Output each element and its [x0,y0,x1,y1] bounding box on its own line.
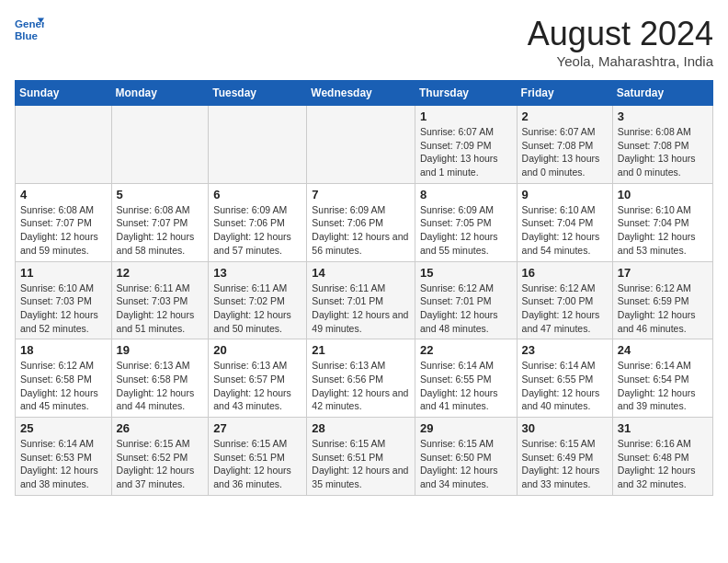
day-number: 7 [312,188,410,201]
day-number: 2 [522,109,608,123]
day-number: 16 [522,266,608,280]
day-number: 27 [213,421,301,435]
col-header-wednesday: Wednesday [307,81,415,106]
calendar-cell: 26Sunrise: 6:15 AMSunset: 6:52 PMDayligh… [111,418,209,496]
calendar-cell: 1Sunrise: 6:07 AMSunset: 7:09 PMDaylight… [415,106,517,184]
calendar-cell: 31Sunrise: 6:16 AMSunset: 6:48 PMDayligh… [612,418,712,496]
calendar-cell: 3Sunrise: 6:08 AMSunset: 7:08 PMDaylight… [612,106,712,184]
day-number: 21 [312,343,410,357]
calendar-cell: 22Sunrise: 6:14 AMSunset: 6:55 PMDayligh… [415,339,517,418]
calendar-header-row: SundayMondayTuesdayWednesdayThursdayFrid… [16,81,713,106]
calendar-cell: 27Sunrise: 6:15 AMSunset: 6:51 PMDayligh… [209,418,307,496]
day-info: Sunrise: 6:10 AMSunset: 7:04 PMDaylight:… [522,203,608,258]
calendar-cell: 9Sunrise: 6:10 AMSunset: 7:04 PMDaylight… [517,183,612,261]
day-info: Sunrise: 6:15 AMSunset: 6:50 PMDaylight:… [420,437,512,491]
day-info: Sunrise: 6:15 AMSunset: 6:51 PMDaylight:… [312,437,410,491]
day-info: Sunrise: 6:09 AMSunset: 7:06 PMDaylight:… [312,203,410,258]
calendar-cell: 8Sunrise: 6:09 AMSunset: 7:05 PMDaylight… [415,183,517,261]
day-info: Sunrise: 6:12 AMSunset: 6:58 PMDaylight:… [20,359,107,413]
calendar-cell [16,106,112,184]
calendar-week-row: 11Sunrise: 6:10 AMSunset: 7:03 PMDayligh… [16,261,713,339]
day-number: 24 [618,343,708,357]
day-info: Sunrise: 6:11 AMSunset: 7:01 PMDaylight:… [312,282,410,336]
calendar-table: SundayMondayTuesdayWednesdayThursdayFrid… [15,80,713,496]
calendar-cell: 16Sunrise: 6:12 AMSunset: 7:00 PMDayligh… [517,261,612,339]
day-number: 14 [312,266,410,280]
day-number: 25 [20,421,107,435]
calendar-cell: 2Sunrise: 6:07 AMSunset: 7:08 PMDaylight… [517,106,612,184]
calendar-week-row: 4Sunrise: 6:08 AMSunset: 7:07 PMDaylight… [16,183,713,261]
col-header-thursday: Thursday [415,81,517,106]
day-info: Sunrise: 6:14 AMSunset: 6:55 PMDaylight:… [420,359,512,413]
calendar-cell: 18Sunrise: 6:12 AMSunset: 6:58 PMDayligh… [16,339,112,418]
day-number: 28 [312,421,410,435]
calendar-cell: 4Sunrise: 6:08 AMSunset: 7:07 PMDaylight… [16,183,112,261]
day-info: Sunrise: 6:15 AMSunset: 6:51 PMDaylight:… [213,437,301,491]
day-info: Sunrise: 6:11 AMSunset: 7:02 PMDaylight:… [213,282,301,336]
col-header-tuesday: Tuesday [209,81,307,106]
day-info: Sunrise: 6:09 AMSunset: 7:05 PMDaylight:… [420,203,512,258]
day-info: Sunrise: 6:08 AMSunset: 7:07 PMDaylight:… [117,203,204,258]
calendar-cell: 5Sunrise: 6:08 AMSunset: 7:07 PMDaylight… [111,183,209,261]
day-info: Sunrise: 6:08 AMSunset: 7:07 PMDaylight:… [20,203,107,258]
col-header-monday: Monday [111,81,209,106]
calendar-cell: 13Sunrise: 6:11 AMSunset: 7:02 PMDayligh… [209,261,307,339]
day-number: 10 [618,188,708,201]
title-block: August 2024 Yeola, Maharashtra, India [528,15,713,69]
day-info: Sunrise: 6:13 AMSunset: 6:58 PMDaylight:… [117,359,204,413]
day-number: 23 [522,343,608,357]
calendar-cell: 14Sunrise: 6:11 AMSunset: 7:01 PMDayligh… [307,261,415,339]
calendar-cell: 6Sunrise: 6:09 AMSunset: 7:06 PMDaylight… [209,183,307,261]
day-number: 6 [213,188,301,201]
day-info: Sunrise: 6:07 AMSunset: 7:09 PMDaylight:… [420,125,512,179]
calendar-cell [307,106,415,184]
calendar-week-row: 1Sunrise: 6:07 AMSunset: 7:09 PMDaylight… [16,106,713,184]
calendar-cell: 28Sunrise: 6:15 AMSunset: 6:51 PMDayligh… [307,418,415,496]
day-number: 17 [618,266,708,280]
page-header: General Blue August 2024 Yeola, Maharash… [15,15,713,69]
calendar-cell: 24Sunrise: 6:14 AMSunset: 6:54 PMDayligh… [612,339,712,418]
day-info: Sunrise: 6:11 AMSunset: 7:03 PMDaylight:… [117,282,204,336]
day-number: 3 [618,109,708,123]
day-info: Sunrise: 6:13 AMSunset: 6:56 PMDaylight:… [312,359,410,413]
col-header-sunday: Sunday [16,81,112,106]
day-info: Sunrise: 6:12 AMSunset: 7:00 PMDaylight:… [522,282,608,336]
day-number: 13 [213,266,301,280]
calendar-week-row: 18Sunrise: 6:12 AMSunset: 6:58 PMDayligh… [16,339,713,418]
day-info: Sunrise: 6:14 AMSunset: 6:55 PMDaylight:… [522,359,608,413]
calendar-cell: 23Sunrise: 6:14 AMSunset: 6:55 PMDayligh… [517,339,612,418]
day-number: 15 [420,266,512,280]
col-header-saturday: Saturday [612,81,712,106]
svg-text:Blue: Blue [15,30,39,41]
calendar-cell: 7Sunrise: 6:09 AMSunset: 7:06 PMDaylight… [307,183,415,261]
day-info: Sunrise: 6:14 AMSunset: 6:53 PMDaylight:… [20,437,107,491]
calendar-cell: 11Sunrise: 6:10 AMSunset: 7:03 PMDayligh… [16,261,112,339]
calendar-cell: 25Sunrise: 6:14 AMSunset: 6:53 PMDayligh… [16,418,112,496]
day-info: Sunrise: 6:07 AMSunset: 7:08 PMDaylight:… [522,125,608,179]
day-info: Sunrise: 6:12 AMSunset: 6:59 PMDaylight:… [618,282,708,336]
day-number: 4 [20,188,107,201]
day-number: 20 [213,343,301,357]
day-info: Sunrise: 6:09 AMSunset: 7:06 PMDaylight:… [213,203,301,258]
calendar-cell: 15Sunrise: 6:12 AMSunset: 7:01 PMDayligh… [415,261,517,339]
day-info: Sunrise: 6:15 AMSunset: 6:49 PMDaylight:… [522,437,608,491]
day-number: 12 [117,266,204,280]
day-number: 19 [117,343,204,357]
day-info: Sunrise: 6:12 AMSunset: 7:01 PMDaylight:… [420,282,512,336]
calendar-cell: 21Sunrise: 6:13 AMSunset: 6:56 PMDayligh… [307,339,415,418]
day-number: 26 [117,421,204,435]
day-number: 11 [20,266,107,280]
col-header-friday: Friday [517,81,612,106]
page-subtitle: Yeola, Maharashtra, India [528,53,713,69]
day-info: Sunrise: 6:08 AMSunset: 7:08 PMDaylight:… [618,125,708,179]
day-info: Sunrise: 6:10 AMSunset: 7:03 PMDaylight:… [20,282,107,336]
calendar-cell: 10Sunrise: 6:10 AMSunset: 7:04 PMDayligh… [612,183,712,261]
logo: General Blue [15,15,44,44]
day-info: Sunrise: 6:14 AMSunset: 6:54 PMDaylight:… [618,359,708,413]
day-number: 8 [420,188,512,201]
calendar-cell: 17Sunrise: 6:12 AMSunset: 6:59 PMDayligh… [612,261,712,339]
calendar-cell: 20Sunrise: 6:13 AMSunset: 6:57 PMDayligh… [209,339,307,418]
day-number: 9 [522,188,608,201]
day-info: Sunrise: 6:10 AMSunset: 7:04 PMDaylight:… [618,203,708,258]
day-info: Sunrise: 6:13 AMSunset: 6:57 PMDaylight:… [213,359,301,413]
